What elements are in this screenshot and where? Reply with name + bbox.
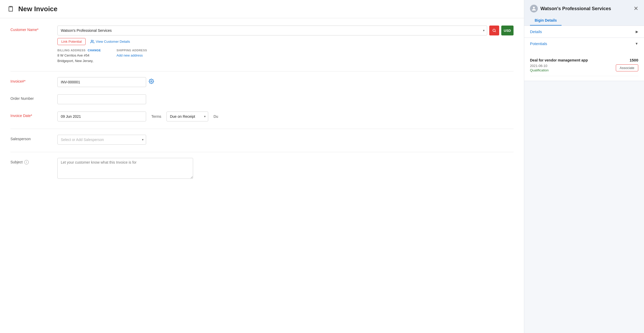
divider-3 bbox=[10, 152, 514, 152]
invoice-number-input[interactable] bbox=[57, 77, 146, 87]
order-number-row: Order Number bbox=[10, 94, 514, 104]
salesperson-row: Salesperson Select or Add Salesperson ▾ bbox=[10, 135, 514, 145]
associate-button[interactable]: Associate bbox=[616, 64, 638, 71]
view-customer-button[interactable]: View Customer Details bbox=[90, 40, 130, 44]
details-section-header[interactable]: Details ▶ bbox=[524, 26, 644, 38]
salesperson-select-wrap: Select or Add Salesperson ▾ bbox=[57, 135, 146, 145]
billing-address-change[interactable]: CHANGE bbox=[88, 49, 101, 52]
link-potential-button[interactable]: Link Potential bbox=[57, 38, 86, 45]
main-content: 🗒 New Invoice Customer Name* Watson's Pr… bbox=[0, 0, 524, 333]
invoice-number-input-row bbox=[57, 77, 514, 87]
billing-address-line2: Bridgeport, New Jersey, bbox=[57, 58, 101, 64]
customer-actions: Link Potential View Customer Details bbox=[57, 38, 514, 45]
customer-select-wrap: Watson's Professional Services ▾ bbox=[57, 26, 487, 35]
salesperson-control: Select or Add Salesperson ▾ bbox=[57, 135, 514, 145]
salesperson-label: Salesperson bbox=[10, 135, 57, 141]
side-panel-header: Watson's Professional Services ✕ Bigin D… bbox=[524, 0, 644, 26]
details-section-title: Details bbox=[530, 29, 542, 34]
view-customer-label: View Customer Details bbox=[96, 40, 130, 44]
subject-label: Subject bbox=[10, 160, 23, 164]
billing-address-line1: 8 W Cerritos Ave #54 bbox=[57, 53, 101, 58]
terms-label: Terms bbox=[151, 114, 161, 119]
potentials-section-arrow: ▼ bbox=[635, 42, 638, 46]
svg-line-1 bbox=[495, 31, 496, 32]
subject-label-wrap: Subject i bbox=[10, 158, 57, 164]
potentials-section-title: Potentials bbox=[530, 41, 547, 46]
details-section: Details ▶ bbox=[524, 26, 644, 38]
side-panel-title-row: Watson's Professional Services ✕ bbox=[530, 5, 638, 13]
address-section: BILLING ADDRESS CHANGE 8 W Cerritos Ave … bbox=[57, 49, 514, 64]
customer-name-select[interactable]: Watson's Professional Services bbox=[57, 26, 487, 35]
close-panel-button[interactable]: ✕ bbox=[634, 5, 638, 12]
side-panel-title: Watson's Professional Services bbox=[530, 5, 611, 13]
customer-name-control: Watson's Professional Services ▾ USD L bbox=[57, 26, 514, 64]
invoice-number-control bbox=[57, 77, 514, 87]
due-date-label: Du bbox=[213, 114, 218, 119]
potentials-section: Potentials ▼ Deal for vendor management … bbox=[524, 38, 644, 81]
invoice-date-row: Invoice Date* Terms Due on Receipt ▾ Du bbox=[10, 112, 514, 121]
currency-button[interactable]: USD bbox=[501, 26, 514, 35]
tab-bigin-details[interactable]: Bigin Details bbox=[530, 16, 562, 26]
potential-stage: Qualification bbox=[530, 68, 616, 72]
side-panel: Watson's Professional Services ✕ Bigin D… bbox=[524, 0, 644, 333]
potential-right: 1500 Associate bbox=[616, 58, 638, 71]
salesperson-select[interactable]: Select or Add Salesperson bbox=[57, 135, 146, 145]
form-body: Customer Name* Watson's Professional Ser… bbox=[0, 18, 524, 193]
invoice-number-label: Invoice#* bbox=[10, 77, 57, 83]
divider-1 bbox=[10, 71, 514, 71]
terms-select[interactable]: Due on Receipt bbox=[166, 112, 208, 121]
potential-amount: 1500 bbox=[630, 58, 638, 62]
divider-2 bbox=[10, 129, 514, 129]
customer-name-input-row: Watson's Professional Services ▾ USD bbox=[57, 26, 514, 35]
side-panel-body: Details ▶ Potentials ▼ Deal for vendor m… bbox=[524, 26, 644, 333]
subject-info-icon[interactable]: i bbox=[24, 160, 29, 164]
customer-name-label: Customer Name* bbox=[10, 26, 57, 32]
order-number-control bbox=[57, 94, 514, 104]
invoice-icon: 🗒 bbox=[7, 5, 15, 13]
shipping-address-block: SHIPPING ADDRESS Add new address bbox=[117, 49, 147, 64]
invoice-number-row: Invoice#* bbox=[10, 77, 514, 87]
invoice-date-label: Invoice Date* bbox=[10, 112, 57, 118]
customer-name-row: Customer Name* Watson's Professional Ser… bbox=[10, 26, 514, 64]
add-shipping-address-link[interactable]: Add new address bbox=[117, 53, 143, 57]
svg-point-2 bbox=[91, 40, 92, 41]
potentials-list: Deal for vendor management app 2021-06-1… bbox=[524, 50, 644, 81]
customer-search-button[interactable] bbox=[489, 26, 499, 35]
invoice-date-input[interactable] bbox=[57, 112, 146, 121]
potential-date: 2021-06-10 bbox=[530, 64, 616, 68]
svg-point-0 bbox=[493, 29, 495, 32]
page-header: 🗒 New Invoice bbox=[0, 0, 524, 18]
page-title: New Invoice bbox=[18, 5, 57, 13]
side-panel-avatar bbox=[530, 5, 538, 13]
potential-info: Deal for vendor management app 2021-06-1… bbox=[530, 58, 616, 72]
details-section-arrow: ▶ bbox=[636, 30, 638, 34]
svg-point-3 bbox=[151, 81, 152, 82]
subject-textarea[interactable] bbox=[57, 158, 193, 179]
potential-name: Deal for vendor management app bbox=[530, 58, 593, 63]
invoice-date-control: Terms Due on Receipt ▾ Du bbox=[57, 112, 514, 121]
billing-address-label: BILLING ADDRESS CHANGE bbox=[57, 49, 101, 52]
terms-select-wrap: Due on Receipt ▾ bbox=[166, 112, 208, 121]
billing-address-block: BILLING ADDRESS CHANGE 8 W Cerritos Ave … bbox=[57, 49, 101, 64]
order-number-input[interactable] bbox=[57, 94, 146, 104]
potential-item: Deal for vendor management app 2021-06-1… bbox=[530, 54, 638, 76]
invoice-date-input-row: Terms Due on Receipt ▾ Du bbox=[57, 112, 514, 121]
order-number-label: Order Number bbox=[10, 94, 57, 101]
shipping-address-label: SHIPPING ADDRESS bbox=[117, 49, 147, 52]
potentials-section-header[interactable]: Potentials ▼ bbox=[524, 38, 644, 50]
invoice-settings-button[interactable] bbox=[149, 79, 154, 85]
side-panel-company-name: Watson's Professional Services bbox=[540, 6, 611, 11]
subject-row: Subject i bbox=[10, 158, 514, 179]
side-panel-tabs: Bigin Details bbox=[530, 16, 638, 26]
